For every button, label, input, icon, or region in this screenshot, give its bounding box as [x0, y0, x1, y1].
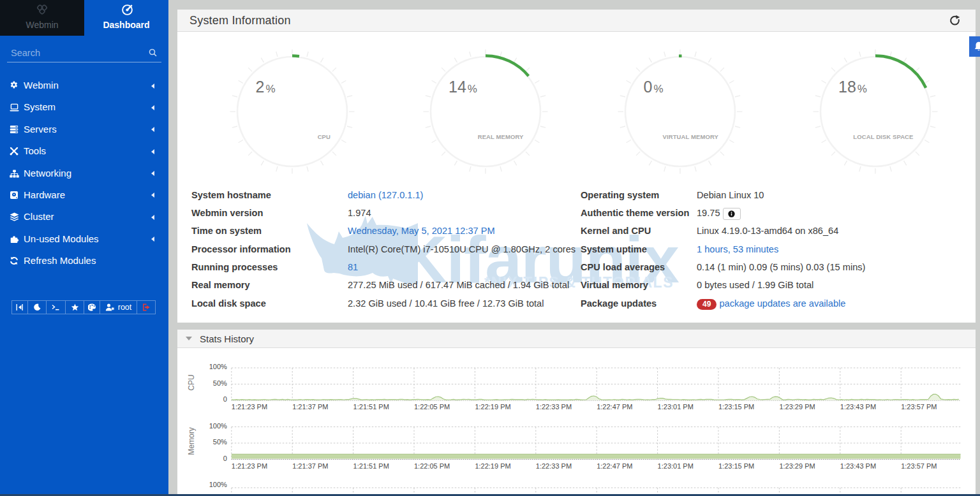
- svg-text:1:22:19 PM: 1:22:19 PM: [475, 462, 510, 470]
- svg-text:1:23:15 PM: 1:23:15 PM: [718, 403, 754, 411]
- svg-text:100%: 100%: [209, 481, 227, 488]
- svg-text:1:21:51 PM: 1:21:51 PM: [353, 462, 389, 470]
- svg-text:1:23:01 PM: 1:23:01 PM: [658, 462, 694, 470]
- svg-text:1:22:19 PM: 1:22:19 PM: [475, 403, 510, 411]
- svg-text:1:22:47 PM: 1:22:47 PM: [597, 403, 632, 411]
- svg-text:0: 0: [223, 395, 227, 403]
- svg-text:100%: 100%: [209, 422, 227, 430]
- svg-text:Memory: Memory: [187, 427, 196, 455]
- svg-text:1:22:33 PM: 1:22:33 PM: [536, 403, 572, 411]
- svg-text:1:22:05 PM: 1:22:05 PM: [414, 462, 450, 470]
- svg-text:1:21:37 PM: 1:21:37 PM: [292, 403, 328, 411]
- svg-text:1:23:43 PM: 1:23:43 PM: [840, 403, 876, 411]
- svg-text:50%: 50%: [213, 438, 227, 446]
- svg-text:1:21:23 PM: 1:21:23 PM: [232, 462, 267, 470]
- svg-text:1:23:57 PM: 1:23:57 PM: [901, 462, 937, 470]
- svg-text:1:23:15 PM: 1:23:15 PM: [718, 462, 754, 470]
- svg-text:1:21:51 PM: 1:21:51 PM: [353, 403, 389, 411]
- svg-text:1:23:57 PM: 1:23:57 PM: [901, 403, 937, 411]
- svg-text:1:23:29 PM: 1:23:29 PM: [779, 403, 815, 411]
- svg-text:100%: 100%: [209, 363, 227, 370]
- svg-text:1:23:01 PM: 1:23:01 PM: [658, 403, 694, 411]
- svg-text:1:21:37 PM: 1:21:37 PM: [292, 462, 328, 470]
- svg-text:1:23:43 PM: 1:23:43 PM: [840, 462, 876, 470]
- svg-text:1:21:23 PM: 1:21:23 PM: [232, 403, 267, 411]
- svg-text:50%: 50%: [213, 379, 227, 387]
- svg-text:1:22:47 PM: 1:22:47 PM: [597, 462, 632, 470]
- svg-text:1:22:05 PM: 1:22:05 PM: [414, 403, 450, 411]
- svg-text:1:22:33 PM: 1:22:33 PM: [536, 462, 572, 470]
- svg-text:0: 0: [223, 455, 227, 462]
- svg-text:1:23:29 PM: 1:23:29 PM: [779, 462, 815, 470]
- svg-text:CPU: CPU: [187, 374, 196, 390]
